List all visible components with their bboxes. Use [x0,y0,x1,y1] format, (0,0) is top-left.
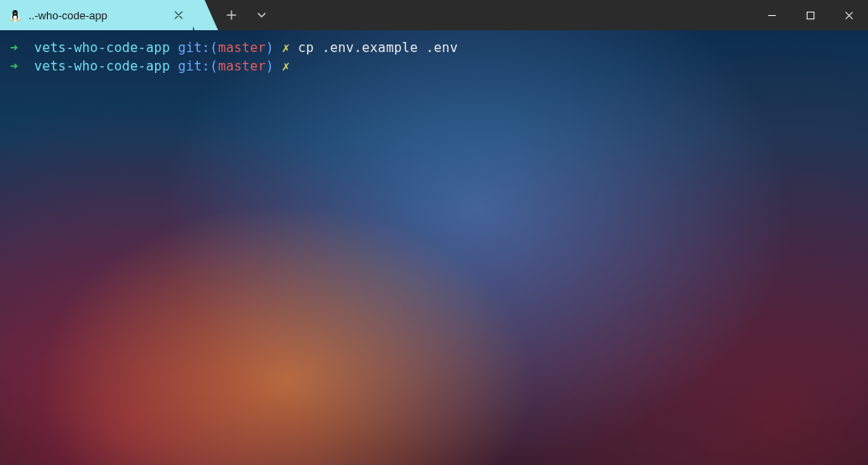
svg-point-4 [13,13,14,13]
prompt-cwd: vets-who-code-app [34,40,170,55]
window-controls [752,0,868,30]
terminal-viewport[interactable]: ➜ vets-who-code-app git:(master) ✗ cp .e… [0,30,868,84]
maximize-button[interactable] [791,0,829,30]
prompt-arrow-icon: ➜ [10,59,18,74]
prompt-branch: master [218,59,266,74]
prompt-branch: master [218,40,266,55]
tab-close-button[interactable] [173,9,185,21]
prompt-command: cp .env.example .env [298,40,458,55]
prompt-cwd: vets-who-code-app [34,59,170,74]
tab-strip: ..-who-code-app [0,0,193,30]
prompt-arrow-icon: ➜ [10,40,18,55]
tab-controls [216,0,277,30]
prompt-git-prefix: git:( [178,59,218,74]
tab-dropdown-button[interactable] [247,0,277,30]
prompt-dirty-icon: ✗ [282,59,290,74]
svg-rect-8 [807,12,813,18]
titlebar-drag-region[interactable] [277,0,752,30]
tux-icon [8,8,22,22]
svg-point-5 [15,13,16,13]
close-button[interactable] [829,0,868,30]
svg-point-6 [11,19,14,21]
titlebar: ..-who-code-app [0,0,868,30]
tab-title: ..-who-code-app [29,9,166,22]
terminal-line: ➜ vets-who-code-app git:(master) ✗ cp .e… [10,39,858,57]
prompt-dirty-icon: ✗ [282,40,290,55]
prompt-git-suffix: ) [266,40,274,55]
svg-point-7 [16,19,19,21]
new-tab-button[interactable] [216,0,247,30]
tab-active[interactable]: ..-who-code-app [0,0,193,30]
prompt-git-prefix: git:( [178,40,218,55]
svg-point-3 [13,16,18,20]
terminal-line: ➜ vets-who-code-app git:(master) ✗ [10,57,858,76]
minimize-button[interactable] [752,0,791,30]
prompt-git-suffix: ) [266,59,274,74]
